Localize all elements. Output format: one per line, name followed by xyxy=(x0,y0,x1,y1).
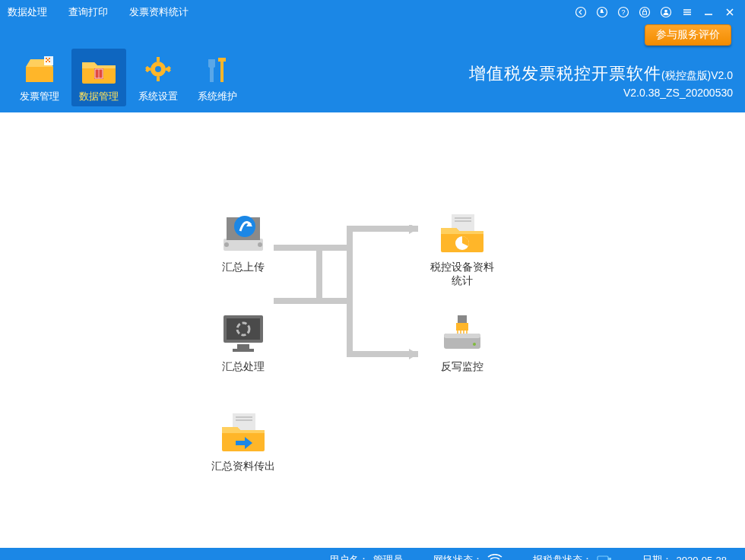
svg-rect-10 xyxy=(46,58,47,59)
svg-rect-12 xyxy=(46,61,47,62)
status-network: 网络状态： xyxy=(433,553,502,560)
help-icon[interactable]: ? xyxy=(616,5,631,20)
svg-rect-39 xyxy=(233,349,254,352)
wifi-icon xyxy=(487,554,502,561)
func-device-stats[interactable]: 税控设备资料 统计 xyxy=(417,211,508,287)
svg-rect-30 xyxy=(218,58,226,62)
menu-data-process[interactable]: 数据处理 xyxy=(8,5,47,19)
svg-point-4 xyxy=(640,8,650,17)
menubar: 数据处理 查询打印 发票资料统计 ? xyxy=(0,0,745,24)
svg-rect-51 xyxy=(458,315,467,323)
export-folder-icon xyxy=(219,410,268,453)
svg-rect-58 xyxy=(598,556,608,561)
status-date: 日期： 2020-05-28 xyxy=(642,553,728,560)
tb-label: 发票管理 xyxy=(14,90,65,103)
status-user: 用户名： 管理员 xyxy=(329,553,403,560)
disk-icon xyxy=(597,554,612,561)
data-folder-icon xyxy=(81,53,117,85)
func-label: 税控设备资料 统计 xyxy=(417,260,508,287)
svg-point-50 xyxy=(473,343,476,346)
func-label: 汇总资料传出 xyxy=(198,459,289,473)
svg-rect-21 xyxy=(157,77,160,81)
invoice-box-icon xyxy=(21,53,58,85)
status-bar: 用户名： 管理员 网络状态： 报税盘状态： 日期： 2020-05-28 xyxy=(0,548,745,560)
status-date-value: 2020-05-28 xyxy=(677,555,728,561)
func-writeback-monitor[interactable]: 反写监控 xyxy=(417,311,508,373)
notify-icon[interactable] xyxy=(594,5,610,20)
svg-rect-31 xyxy=(224,239,263,251)
settings-lines-icon[interactable] xyxy=(680,5,695,20)
tools-icon xyxy=(199,53,236,85)
app-title-tail: (税控盘版)V2.0 xyxy=(661,69,733,81)
app-title-block: 增值税发票税控开票软件(税控盘版)V2.0 V2.0.38_ZS_2020053… xyxy=(469,49,733,99)
svg-point-19 xyxy=(155,66,161,72)
gear-icon xyxy=(140,53,176,85)
flow-arrows xyxy=(274,225,426,377)
svg-point-0 xyxy=(576,8,586,17)
user-icon[interactable] xyxy=(658,5,674,20)
back-icon[interactable] xyxy=(573,5,588,20)
tb-data-mgmt[interactable]: 数据管理 xyxy=(71,49,126,106)
svg-rect-14 xyxy=(47,59,49,61)
status-user-value: 管理员 xyxy=(373,553,403,560)
svg-rect-38 xyxy=(237,344,249,349)
func-summary-process[interactable]: 汇总处理 xyxy=(198,311,289,373)
feedback-button[interactable]: 参与服务评价 xyxy=(645,24,731,46)
tb-system-settings[interactable]: 系统设置 xyxy=(131,49,185,106)
window-controls: ? xyxy=(573,5,737,20)
tb-label: 系统维护 xyxy=(192,90,243,103)
status-date-label: 日期： xyxy=(642,553,672,560)
svg-rect-13 xyxy=(49,61,50,62)
content-area: 汇总上传 汇总处理 汇总资料传出 税控设备资料 统计 反写监控 xyxy=(0,112,745,548)
app-title: 增值税发票税控开票软件 xyxy=(469,62,661,85)
monitor-icon xyxy=(219,311,268,353)
svg-rect-52 xyxy=(456,323,468,331)
app-version: V2.0.38_ZS_20200530 xyxy=(469,87,733,99)
func-label: 反写监控 xyxy=(417,359,508,373)
menu-query-print[interactable]: 查询打印 xyxy=(68,5,108,19)
svg-rect-49 xyxy=(444,334,480,338)
svg-text:?: ? xyxy=(621,8,625,16)
app-header: 数据处理 查询打印 发票资料统计 ? 参与服务评价 发票管理 xyxy=(0,0,745,112)
svg-rect-11 xyxy=(49,58,50,59)
svg-rect-8 xyxy=(26,67,53,82)
tb-label: 系统设置 xyxy=(132,90,184,103)
func-label: 汇总上传 xyxy=(198,260,289,274)
svg-rect-37 xyxy=(227,318,260,340)
menu-invoice-stats[interactable]: 发票资料统计 xyxy=(129,5,189,19)
close-icon[interactable] xyxy=(722,5,737,20)
svg-point-34 xyxy=(258,242,262,247)
stats-folder-icon xyxy=(438,211,487,254)
minimize-icon[interactable] xyxy=(701,5,716,20)
status-tax-disk: 报税盘状态： xyxy=(533,553,612,560)
svg-rect-5 xyxy=(643,11,647,14)
func-summary-export[interactable]: 汇总资料传出 xyxy=(198,410,289,473)
status-tax-label: 报税盘状态： xyxy=(533,553,592,560)
svg-rect-20 xyxy=(157,57,160,62)
svg-point-33 xyxy=(224,242,229,247)
func-label: 汇总处理 xyxy=(198,359,289,373)
svg-rect-59 xyxy=(608,558,611,561)
main-toolbar: 发票管理 数据管理 系统设置 系统维护 xyxy=(12,49,245,106)
upload-icon xyxy=(219,211,268,254)
disk-brush-icon xyxy=(438,311,487,353)
status-user-label: 用户名： xyxy=(329,553,369,560)
tb-system-maintain[interactable]: 系统维护 xyxy=(190,49,245,106)
lock-icon[interactable] xyxy=(637,5,652,20)
svg-point-7 xyxy=(664,10,667,13)
tb-invoice-mgmt[interactable]: 发票管理 xyxy=(12,49,67,106)
func-summary-upload[interactable]: 汇总上传 xyxy=(198,211,289,274)
tb-label: 数据管理 xyxy=(73,90,125,103)
status-net-label: 网络状态： xyxy=(433,553,483,560)
